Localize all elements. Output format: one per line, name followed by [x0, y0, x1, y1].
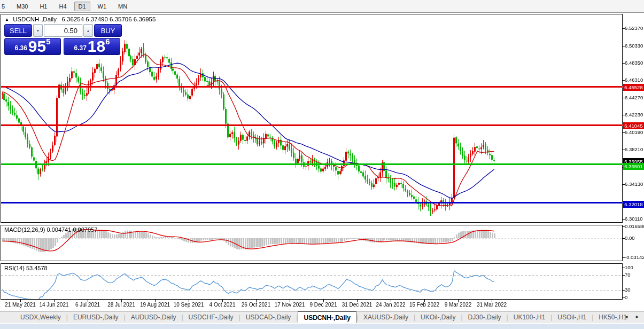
date-axis-label: 15 Feb 2022 [409, 302, 439, 308]
volume-input[interactable] [44, 24, 82, 37]
timeframe-button-w1[interactable]: W1 [94, 2, 111, 11]
date-axis-label: 24 Jan 2022 [376, 302, 405, 308]
tab-dj30daily[interactable]: DJ30-,Daily [463, 312, 507, 323]
price-tag: 6.41045 [623, 122, 644, 129]
chart-ohlc-values: 6.36254 6.37490 6.35706 6.36955 [62, 16, 156, 22]
timeframe-button-h4[interactable]: H4 [55, 2, 71, 11]
date-axis-label: 10 Sep 2021 [174, 302, 204, 308]
date-axis-label: 4 Oct 2021 [210, 302, 236, 308]
date-axis-label: 17 Nov 2021 [275, 302, 305, 308]
sell-price-display[interactable]: 6.36 95 5 [4, 38, 61, 55]
tab-usdxweekly[interactable]: USDX,Weekly [15, 312, 66, 323]
price-axis-label: 6.34130 [625, 181, 643, 187]
sell-button[interactable]: SELL [4, 24, 32, 37]
timeframe-button-mn[interactable]: MN [114, 2, 131, 11]
chart-symbol-label: USDCNH-,Daily [13, 16, 57, 22]
price-axis-label: 6.42230 [625, 112, 643, 118]
macd-label: MACD(12,26,9) 0.004741 0.007057 [4, 226, 97, 233]
price-level-line[interactable] [1, 202, 623, 203]
rsi-axis-label: 70 [625, 272, 631, 278]
buy-price-display[interactable]: 6.37 18 6 [64, 38, 120, 55]
price-axis-label: 6.38210 [625, 146, 643, 152]
volume-increase-button[interactable]: ▲ [83, 24, 93, 37]
price-axis-label: 6.48350 [625, 60, 643, 66]
volume-decrease-button[interactable]: ▼ [33, 24, 43, 37]
price-level-line[interactable] [1, 86, 623, 88]
price-axis-label: 6.40190 [625, 129, 643, 135]
rsi-label: RSI(14) 53.4578 [4, 265, 48, 271]
timeframe-button-h1[interactable]: H1 [35, 2, 51, 11]
sell-price-big: 95 [28, 40, 46, 53]
buy-price-pip: 6 [105, 37, 110, 46]
tab-usdcaddaily[interactable]: USDCAD-,Daily [240, 312, 297, 323]
price-tag: 6.36501 [623, 163, 644, 170]
date-axis-label: 9 Dec 2021 [309, 302, 337, 308]
toolbar-separator [135, 2, 135, 10]
chevron-down-icon: ▼ [36, 29, 40, 33]
tab-uk100h1[interactable]: UK100-,H1 [508, 312, 550, 323]
buy-button[interactable]: BUY [94, 24, 122, 37]
macd-axis-label: -0.03142 [625, 254, 644, 260]
price-axis-label: 6.30110 [625, 216, 643, 222]
tab-xauusddaily[interactable]: XAUUSD-,Daily [358, 312, 414, 323]
date-axis-label: 28 Jul 2021 [107, 302, 135, 308]
date-axis-label: 14 Jun 2021 [39, 302, 68, 308]
buy-price-big: 18 [88, 40, 105, 53]
price-axis-label: 6.52370 [625, 25, 643, 31]
macd-axis-label: 0.016586 [625, 223, 644, 229]
rsi-axis-label: 0 [625, 294, 627, 300]
rsi-axis-label: 100 [625, 264, 633, 270]
tab-scroll-right-icon[interactable]: ► [635, 314, 640, 319]
tab-scroll-left-icon[interactable]: ◄ [624, 314, 629, 319]
one-click-trade-panel: SELL ▼ ▲ BUY 6.36 95 5 6.37 18 6 [4, 24, 123, 55]
macd-axis-label: 0.00 [625, 235, 635, 241]
price-tag: 6.32018 [623, 201, 644, 208]
status-strip [0, 324, 644, 329]
price-level-line[interactable] [1, 124, 623, 126]
date-axis-label: 6 Jul 2021 [75, 302, 100, 308]
toolbar-separator [9, 2, 9, 10]
sell-price-small: 6.36 [14, 44, 27, 52]
price-axis-label: 6.46310 [625, 77, 643, 83]
buy-price-small: 6.37 [74, 44, 86, 52]
date-axis-label: 21 May 2021 [5, 302, 36, 308]
timeframe-button-partial[interactable]: 5 [0, 2, 5, 11]
date-axis-label: 9 Mar 2022 [445, 302, 472, 308]
tab-usdcnhdaily[interactable]: USDCNH-,Daily [298, 311, 356, 323]
price-tag: 6.45528 [623, 84, 644, 91]
tab-usdchfdaily[interactable]: USDCHF-,Daily [183, 312, 239, 323]
timeframe-toolbar: 5M30H1H4D1W1MN [0, 0, 644, 13]
collapse-triangle-icon[interactable]: ▲ [5, 17, 9, 22]
timeframe-button-d1[interactable]: D1 [74, 2, 90, 11]
tab-ukoildaily[interactable]: UKOil-,Daily [415, 312, 461, 323]
price-axis-label: 6.44270 [625, 95, 643, 100]
price-axis-label: 6.50330 [625, 43, 643, 49]
tab-audusddaily[interactable]: AUDUSD-,Daily [126, 312, 182, 323]
timeframe-button-m30[interactable]: M30 [12, 2, 32, 11]
tab-usoilh1[interactable]: USOil-,H1 [552, 312, 592, 323]
date-axis-label: 31 Mar 2022 [477, 302, 507, 308]
date-axis-label: 31 Dec 2021 [342, 302, 373, 308]
chart-title: ▲ USDCNH-,Daily 6.36254 6.37490 6.35706 … [5, 16, 156, 22]
date-axis-label: 19 Aug 2021 [140, 302, 170, 308]
date-axis-label: 26 Oct 2021 [242, 302, 270, 308]
symbol-tab-bar: USDX,Weekly|EURUSD-,Daily|AUDUSD-,Daily|… [0, 311, 644, 323]
tab-eurusddaily[interactable]: EURUSD-,Daily [68, 312, 124, 323]
price-level-line[interactable] [1, 163, 623, 165]
chevron-up-icon: ▲ [87, 29, 90, 33]
tab-scroll-arrows: ◄► [624, 314, 640, 319]
rsi-axis-label: 30 [625, 287, 631, 293]
sell-price-pip: 5 [46, 37, 50, 46]
